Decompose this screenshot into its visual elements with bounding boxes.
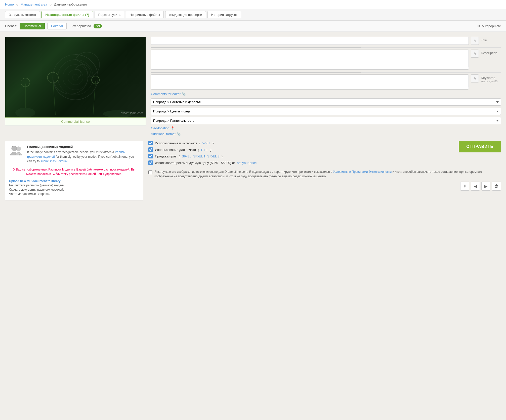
mr-library-link[interactable]: Библиотека расписок (релизов) модели	[9, 184, 139, 187]
left-panel: dreamstime.com Commercial license	[5, 37, 146, 136]
title-edit-btn[interactable]: ✎	[471, 37, 479, 45]
desc-progress	[151, 72, 501, 73]
additional-link-text: Additional format	[151, 132, 176, 136]
mr-link[interactable]: Релизы (расписки) моделей	[27, 150, 125, 158]
tab-unfinished[interactable]: Незавершенные файлы (7)	[41, 11, 93, 18]
plant-silhouette	[5, 69, 146, 117]
geo-location-link[interactable]: Geo-location 📍	[151, 126, 501, 130]
rights-sale-paren: (	[179, 154, 180, 158]
print-label: Использование для печати	[155, 148, 196, 152]
commercial-license-btn[interactable]: Commercial	[20, 23, 45, 29]
svg-point-5	[15, 108, 35, 117]
recommended-price-checkbox[interactable]	[148, 160, 153, 165]
print-checkbox[interactable]	[148, 147, 153, 152]
agreement-checkbox[interactable]	[148, 170, 152, 174]
right-panel: ✎ Title ✎ Description ✎ Keywords максиму…	[151, 37, 501, 136]
internet-label: Использование в интернете	[155, 141, 197, 145]
license-bar: License: Commercial Editorial Prepopulat…	[0, 21, 506, 32]
svg-point-13	[12, 146, 17, 151]
comments-link-text: Comments for editor	[151, 92, 181, 96]
geo-link-text: Geo-location	[151, 126, 170, 130]
category-dropdown-3[interactable]: Природа > Растительность	[151, 117, 501, 124]
prev-action-btn[interactable]: ◀	[471, 182, 480, 191]
internet-checkbox[interactable]	[148, 141, 153, 145]
set-price-link[interactable]: set your price	[237, 161, 257, 165]
tab-rejected[interactable]: Непринятые файлы	[126, 11, 164, 18]
upload-mr-link[interactable]: Upload new MR document to library	[9, 179, 139, 183]
title-progress	[151, 47, 501, 48]
tab-pending[interactable]: ожидающие проверки	[165, 11, 206, 18]
mr-icon	[9, 145, 24, 157]
breadcrumb: Home ◇ Management area ◇ Данные изображе…	[0, 0, 506, 9]
submit-editorial-link[interactable]: submit it as Editorial	[40, 159, 67, 163]
license-label: License:	[5, 24, 17, 28]
settings-icon: ⚙	[477, 24, 480, 28]
edit-icon-desc: ✎	[474, 52, 476, 56]
breadcrumb-home[interactable]: Home	[5, 3, 14, 6]
recommended-price-label: использовать рекомендуемую цену ($250 - …	[155, 161, 235, 165]
mr-header: Релизы (расписки) моделей If the image c…	[9, 145, 139, 163]
prepopulated-toggle[interactable]: ON	[94, 24, 102, 28]
tab-upload[interactable]: Загрузить контент	[5, 11, 40, 18]
keywords-input[interactable]	[151, 74, 469, 90]
title-input[interactable]	[151, 37, 469, 45]
print-checkbox-row: Использование для печати ( P-EL )	[148, 147, 257, 152]
image-container: dreamstime.com Commercial license	[5, 37, 146, 126]
mr-download-link[interactable]: Скачать документы расписок моделей.	[9, 188, 139, 191]
breadcrumb-management[interactable]: Management area	[21, 3, 47, 6]
svg-line-10	[93, 81, 96, 116]
mr-title: Релизы (расписки) моделей	[27, 145, 139, 149]
rights-sale-checkbox-row: Продажа прав ( SR-EL, SR-EL 1, SR-EL 3 )	[148, 154, 257, 158]
agreement-text: Я загружаю это изображение исключительно…	[154, 170, 501, 179]
comments-icon: 📎	[182, 92, 186, 96]
print-paren: (	[198, 148, 199, 152]
main-content: dreamstime.com Commercial license ✎ Titl…	[0, 32, 506, 141]
checkboxes-area: Использование в интернете ( W-EL ) Испол…	[148, 141, 257, 167]
keywords-row: ✎ Keywords максимум 80	[151, 74, 501, 90]
keywords-sublabel: максимум 80	[481, 80, 501, 83]
keywords-edit-btn[interactable]: ✎	[471, 74, 479, 82]
dropdown-row-3: Природа > Растительность	[151, 117, 501, 124]
next-icon: ▶	[484, 184, 487, 189]
tabs-bar: Загрузить контент Незавершенные файлы (7…	[0, 9, 506, 21]
dropdown-row-2: Природа > Цветы и сады	[151, 108, 501, 115]
bottom-section: Релизы (расписки) моделей If the image c…	[0, 141, 506, 205]
tab-history[interactable]: История загрузок	[207, 11, 241, 18]
autopopulate-btn[interactable]: ⚙ Autopopulate	[477, 24, 501, 28]
delete-action-btn[interactable]: 🗑	[492, 182, 501, 191]
description-label: Description	[481, 50, 501, 55]
mr-content: Релизы (расписки) моделей If the image c…	[27, 145, 139, 163]
dreamstime-watermark: dreamstime.com	[121, 111, 143, 115]
internet-link[interactable]: W-EL	[202, 141, 210, 145]
download-icon: ⬇	[463, 184, 467, 189]
description-edit-btn[interactable]: ✎	[471, 50, 479, 58]
autopopulate-label: Autopopulate	[482, 24, 501, 28]
print-paren2: )	[210, 148, 211, 152]
recommended-price-row: использовать рекомендуемую цену ($250 - …	[148, 160, 257, 165]
prepopulated-label: Prepopulated	[72, 24, 91, 28]
keywords-label: Keywords	[481, 74, 501, 80]
conditions-link[interactable]: Условиями и Правилами Эксклюзивности	[333, 170, 392, 174]
submit-button[interactable]: ОТПРАВИТЬ	[459, 141, 501, 152]
svg-line-8	[53, 79, 55, 115]
additional-format-link[interactable]: Additional format 📎	[151, 132, 501, 136]
download-action-btn[interactable]: ⬇	[460, 182, 469, 191]
category-dropdown-1[interactable]: Природа > Растения и деревья	[151, 98, 501, 106]
mr-faq-link[interactable]: Часто Задаваемые Вопросы.	[9, 192, 139, 196]
breadcrumb-current: Данные изображения	[54, 3, 87, 6]
tab-reupload[interactable]: Перезагрузить	[95, 11, 124, 18]
comments-link[interactable]: Comments for editor 📎	[151, 92, 501, 96]
next-action-btn[interactable]: ▶	[481, 182, 490, 191]
svg-point-15	[16, 147, 21, 151]
rights-sale-checkbox[interactable]	[148, 154, 153, 158]
description-input[interactable]	[151, 50, 469, 70]
rights-sale-link[interactable]: SR-EL, SR-EL 1, SR-EL 3	[182, 154, 220, 158]
edit-icon-kw: ✎	[474, 77, 476, 80]
print-link[interactable]: P-EL	[201, 148, 208, 152]
internet-checkbox-row: Использование в интернете ( W-EL )	[148, 141, 257, 145]
rights-panel: Использование в интернете ( W-EL ) Испол…	[148, 141, 501, 200]
category-dropdown-2[interactable]: Природа > Цветы и сады	[151, 108, 501, 115]
image-placeholder: dreamstime.com	[5, 37, 146, 117]
people-icon	[9, 145, 24, 157]
editorial-license-btn[interactable]: Editorial	[47, 23, 67, 29]
